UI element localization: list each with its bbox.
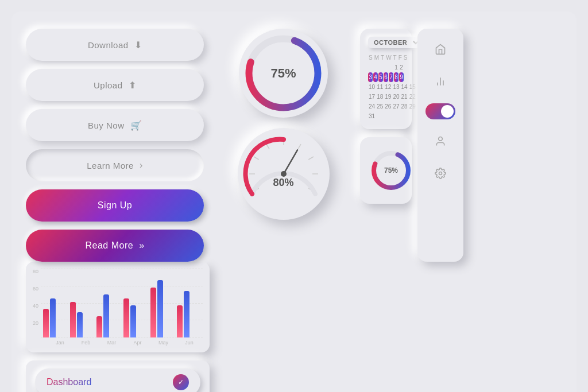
buy-now-button[interactable]: Buy Now 🛒 <box>26 109 204 141</box>
menu-card: Dashboard ✓ Notification Messages Settin… <box>26 360 210 392</box>
cal-day-m: M <box>374 53 380 63</box>
menu-active-label: Dashboard <box>47 377 91 387</box>
download-icon: ⬇ <box>134 40 142 51</box>
chart-area: 80 60 40 20 <box>33 269 203 346</box>
download-button[interactable]: Download ⬇ <box>26 29 204 61</box>
donut-gauge-label: 75% <box>270 66 296 81</box>
svg-line-4 <box>254 157 259 160</box>
calendar-card: OCTOBER 2021 S M T W T F S <box>360 29 412 129</box>
right-column: 80 60 40 20 <box>26 262 210 392</box>
cal-day-w: W <box>385 53 392 63</box>
bar-apr-red <box>123 298 129 337</box>
bar-feb-red <box>70 302 76 337</box>
revenue-donut: 75% <box>368 148 414 193</box>
svg-point-18 <box>439 137 443 141</box>
nav-chart-icon[interactable] <box>430 71 451 92</box>
bar-jun-red <box>177 305 183 337</box>
chart-x-labels: Jan Feb Mar Apr May Jun <box>33 337 203 346</box>
sign-up-button[interactable]: Sign Up <box>26 189 204 222</box>
cal-week-6: 31 <box>368 111 404 121</box>
bar-group-jan <box>43 298 67 337</box>
download-label: Download <box>88 40 129 50</box>
sign-up-label: Sign Up <box>98 200 132 211</box>
bar-group-apr <box>123 298 147 337</box>
bar-group-feb <box>70 302 94 337</box>
learn-more-label: Learn More <box>87 161 134 170</box>
calendar-grid: S M T W T F S 1 2 <box>368 53 404 121</box>
buttons-column: Download ⬇ Upload ⬆ Buy Now 🛒 Learn More… <box>26 29 210 262</box>
read-more-label: Read More <box>85 240 133 251</box>
read-more-button[interactable]: Read More » <box>26 230 204 262</box>
cal-day-f: F <box>398 53 403 63</box>
bar-group-mar <box>96 294 120 337</box>
bar-mar-red <box>96 316 102 337</box>
cal-week-4: 17 18 19 20 21 22 23 <box>368 92 404 102</box>
learn-more-button[interactable]: Learn More › <box>26 149 204 181</box>
nav-sidebar <box>417 29 463 262</box>
svg-line-7 <box>298 144 301 149</box>
upload-label: Upload <box>94 80 123 90</box>
speedometer-gauge: 80% <box>238 128 330 220</box>
cal-week-1: 1 2 <box>368 63 404 72</box>
chart-card: 80 60 40 20 <box>26 262 210 352</box>
menu-chevron-icon[interactable]: ✓ <box>173 374 189 390</box>
nav-home-icon[interactable] <box>430 39 451 60</box>
svg-line-5 <box>266 144 269 149</box>
bar-jan-red <box>43 309 49 337</box>
calendar-header-row: S M T W T F S <box>368 53 404 63</box>
revenue-card: 75% $ 18k Monthly Revenue <box>360 137 412 204</box>
cal-week-2-highlight: 3 4 5 6 7 8 9 <box>368 72 404 82</box>
gauges-column: 75% <box>210 29 357 262</box>
x-label-jun: Jun <box>178 340 200 346</box>
buy-now-label: Buy Now <box>88 121 125 130</box>
bar-mar-blue <box>103 294 109 337</box>
bar-jan-blue <box>50 298 56 337</box>
menu-active-item[interactable]: Dashboard ✓ <box>35 368 200 392</box>
svg-line-8 <box>308 157 314 160</box>
revenue-donut-label: 75% <box>384 166 398 174</box>
main-container: Download ⬇ Upload ⬆ Buy Now 🛒 Learn More… <box>11 11 577 392</box>
bar-group-jun <box>177 291 200 337</box>
bar-may-red <box>150 288 156 337</box>
cal-day-t2: T <box>393 53 397 63</box>
bar-may-blue <box>157 280 163 337</box>
x-label-jan: Jan <box>49 340 71 346</box>
chevron-right-icon: › <box>140 160 143 170</box>
x-label-mar: Mar <box>100 340 123 346</box>
donut-gauge: 75% <box>239 29 328 118</box>
nav-toggle-on[interactable] <box>425 103 455 119</box>
nav-gear-icon[interactable] <box>430 163 451 184</box>
x-label-apr: Apr <box>126 340 149 346</box>
double-chevron-icon: » <box>139 240 144 251</box>
cal-week-5: 24 25 26 27 28 29 30 <box>368 102 404 111</box>
bar-jun-blue <box>184 291 189 337</box>
cal-day-s1: S <box>368 53 373 63</box>
x-label-may: May <box>152 340 175 346</box>
x-label-feb: Feb <box>75 340 97 346</box>
svg-line-11 <box>284 150 297 174</box>
cal-week-3: 10 11 12 13 14 15 16 <box>368 82 404 92</box>
cal-day-t1: T <box>380 53 385 63</box>
svg-point-12 <box>281 171 287 177</box>
calendar-header: OCTOBER 2021 <box>368 37 404 48</box>
cal-day-s2: S <box>403 53 408 63</box>
speedometer-svg <box>238 128 330 220</box>
chart-y-labels: 80 60 40 20 <box>33 269 38 337</box>
nav-user-icon[interactable] <box>430 131 451 152</box>
upload-button[interactable]: Upload ⬆ <box>26 69 204 101</box>
speedometer-label: 80% <box>273 177 293 189</box>
cart-icon: 🛒 <box>130 120 142 131</box>
chart-bars-area <box>41 269 203 337</box>
month-select[interactable]: OCTOBER <box>368 37 420 48</box>
svg-point-19 <box>439 172 442 175</box>
bar-feb-blue <box>77 312 83 337</box>
bar-apr-blue <box>130 305 136 337</box>
bar-group-may <box>150 280 174 337</box>
upload-icon: ⬆ <box>129 80 137 91</box>
widgets-column: OCTOBER 2021 S M T W T F S <box>357 29 415 262</box>
